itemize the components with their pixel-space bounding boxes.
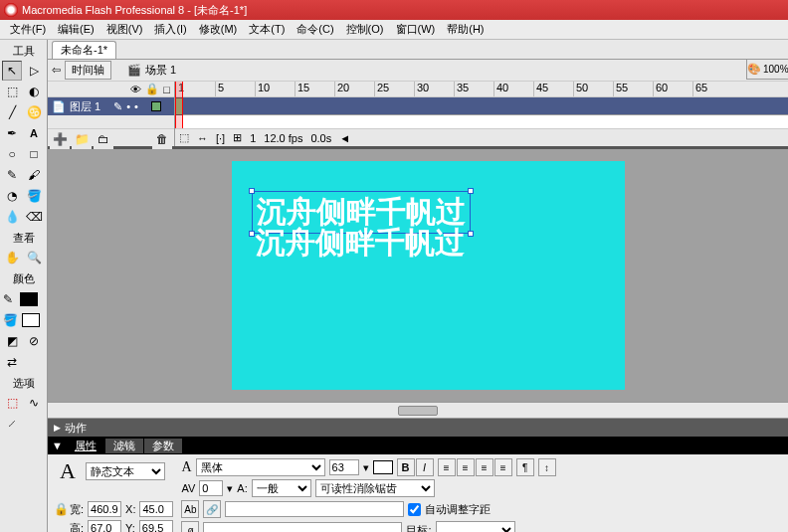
menu-control[interactable]: 控制(O) <box>340 22 390 37</box>
pencil-tool-icon[interactable]: ✎ <box>2 165 22 185</box>
new-layer-icon[interactable]: ➕ <box>50 129 70 149</box>
menu-help[interactable]: 帮助(H) <box>441 22 490 37</box>
x-input[interactable] <box>139 501 173 517</box>
auto-kern-checkbox[interactable] <box>408 503 421 516</box>
kerning-select[interactable]: 一般 <box>252 479 311 497</box>
ink-bottle-tool-icon[interactable]: ◔ <box>2 186 22 206</box>
align-center-button[interactable]: ≡ <box>457 458 475 476</box>
menu-text[interactable]: 文本(T) <box>243 22 291 37</box>
outline-layers-icon[interactable]: □ <box>163 84 170 95</box>
collapse-arrow-icon[interactable]: ▶ <box>54 423 61 433</box>
gradient-tool-icon[interactable]: ◐ <box>24 82 44 101</box>
frames-panel[interactable]: 1 5 10 15 20 25 30 35 40 45 50 55 60 65 <box>175 82 788 146</box>
scrollbar-thumb[interactable] <box>398 406 438 416</box>
onion-skin-outlines-icon[interactable]: [·] <box>216 132 225 144</box>
onion-skin-icon[interactable]: ⬚ <box>179 131 189 144</box>
horizontal-scrollbar[interactable] <box>48 402 788 418</box>
new-guide-layer-icon[interactable]: 📁 <box>72 129 92 149</box>
zoom-tool-icon[interactable]: 🔍 <box>24 248 44 267</box>
document-tab[interactable]: 未命名-1* <box>52 41 116 59</box>
snap-option-icon[interactable]: ⬚ <box>2 393 22 413</box>
font-size-input[interactable] <box>329 459 359 475</box>
text-handle-tl[interactable] <box>249 188 255 194</box>
orientation-button[interactable]: ↕ <box>538 458 556 476</box>
line-tool-icon[interactable]: ╱ <box>2 102 22 122</box>
lock-icon[interactable]: 🔒 <box>54 502 66 516</box>
smooth-option-icon[interactable]: ∿ <box>24 393 44 413</box>
edit-multiple-frames-icon[interactable]: ⊞ <box>233 131 242 144</box>
text-handle-br[interactable] <box>468 231 474 237</box>
actions-panel-header[interactable]: ▶ 动作 <box>48 419 788 437</box>
layer-color-swatch[interactable] <box>151 101 161 111</box>
collapse-arrow-icon[interactable]: ▼ <box>48 440 67 451</box>
letter-spacing-input[interactable] <box>199 480 223 496</box>
menu-command[interactable]: 命令(C) <box>291 22 339 37</box>
font-color-swatch[interactable] <box>373 460 393 474</box>
default-colors-icon[interactable]: ◩ <box>2 331 22 351</box>
selectable-button[interactable]: Ab <box>181 500 199 518</box>
var-button[interactable]: ø <box>181 521 199 532</box>
scene-icon[interactable]: 🎬 <box>127 64 141 77</box>
stage-area[interactable]: 沉舟侧畔千帆过 沉舟侧畔千帆过 <box>48 149 788 418</box>
menu-file[interactable]: 文件(F) <box>4 22 52 37</box>
align-justify-button[interactable]: ≡ <box>494 458 512 476</box>
timeline-button[interactable]: 时间轴 <box>65 61 111 80</box>
stage[interactable]: 沉舟侧畔千帆过 沉舟侧畔千帆过 <box>232 161 625 390</box>
height-input[interactable] <box>88 520 121 532</box>
timeline-collapse-icon[interactable]: ⇦ <box>52 64 61 77</box>
lock-layers-icon[interactable]: 🔒 <box>145 83 159 95</box>
straighten-option-icon[interactable]: ⟋ <box>2 414 22 434</box>
text-handle-bl[interactable] <box>249 231 255 237</box>
av-stepper-icon[interactable]: ▾ <box>227 482 233 495</box>
align-left-button[interactable]: ≡ <box>438 458 456 476</box>
layer-row[interactable]: 📄 图层 1 ✎ • • <box>48 97 174 115</box>
free-transform-tool-icon[interactable]: ⬚ <box>2 82 22 101</box>
selection-tool-icon[interactable]: ↖ <box>2 61 22 81</box>
brush-tool-icon[interactable]: 🖌 <box>24 165 44 185</box>
zoom-value[interactable]: 100% <box>761 64 788 75</box>
align-right-button[interactable]: ≡ <box>476 458 493 476</box>
center-frame-icon[interactable]: ↔ <box>197 132 208 144</box>
tab-parameters[interactable]: 参数 <box>144 439 182 453</box>
no-color-icon[interactable]: ⊘ <box>24 331 44 351</box>
fill-color-icon[interactable]: 🪣 <box>2 310 45 330</box>
new-folder-icon[interactable]: 🗀 <box>94 129 113 149</box>
eraser-tool-icon[interactable]: ⌫ <box>24 207 44 227</box>
rectangle-tool-icon[interactable]: □ <box>24 144 44 164</box>
menu-window[interactable]: 窗口(W) <box>390 22 442 37</box>
subselection-tool-icon[interactable]: ▷ <box>24 61 44 81</box>
stage-text-line2[interactable]: 沉舟侧畔千帆过 <box>256 223 465 264</box>
layer-lock-dot[interactable]: • <box>134 100 138 112</box>
oval-tool-icon[interactable]: ○ <box>2 144 22 164</box>
zoom-icon[interactable]: 🎨 <box>747 63 761 76</box>
pen-tool-icon[interactable]: ✒ <box>2 123 22 143</box>
text-tool-icon[interactable]: A <box>24 123 44 143</box>
bold-button[interactable]: B <box>397 458 415 476</box>
stroke-color-icon[interactable]: ✎ <box>2 289 45 309</box>
link-button[interactable]: 🔗 <box>203 500 221 518</box>
menu-view[interactable]: 视图(V) <box>100 22 149 37</box>
timeline-scrollbar-left-icon[interactable]: ◄ <box>339 132 350 144</box>
frame-track[interactable] <box>175 97 788 115</box>
width-input[interactable] <box>88 501 121 517</box>
text-handle-tr[interactable] <box>468 188 474 194</box>
menu-edit[interactable]: 编辑(E) <box>52 22 100 37</box>
italic-button[interactable]: I <box>416 458 434 476</box>
eyedropper-tool-icon[interactable]: 💧 <box>2 207 22 227</box>
tab-properties[interactable]: 属性 <box>67 439 104 453</box>
text-type-select[interactable]: 静态文本 <box>86 462 165 480</box>
tab-filters[interactable]: 滤镜 <box>105 439 143 453</box>
font-family-select[interactable]: 黑体 <box>196 458 325 476</box>
delete-layer-icon[interactable]: 🗑 <box>152 129 172 149</box>
menu-modify[interactable]: 修改(M) <box>193 22 244 37</box>
antialias-select[interactable]: 可读性消除锯齿 <box>315 479 435 497</box>
frame-ruler[interactable]: 1 5 10 15 20 25 30 35 40 45 50 55 60 65 <box>175 82 788 97</box>
var-input[interactable] <box>203 522 402 532</box>
swap-colors-icon[interactable]: ⇄ <box>2 352 22 372</box>
menu-insert[interactable]: 插入(I) <box>148 22 192 37</box>
layer-visible-dot[interactable]: • <box>126 100 130 112</box>
lasso-tool-icon[interactable]: ♋ <box>24 102 44 122</box>
url-input[interactable] <box>225 501 404 517</box>
target-select[interactable] <box>436 521 515 532</box>
hand-tool-icon[interactable]: ✋ <box>2 248 22 267</box>
